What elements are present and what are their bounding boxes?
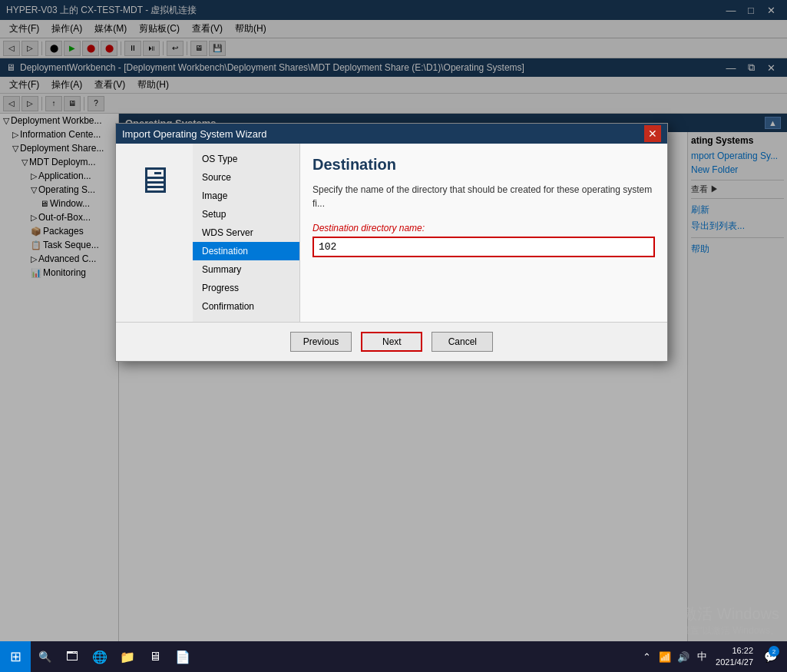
next-button[interactable]: Next [361,332,422,352]
clock-time: 16:22 [716,645,753,657]
taskbar: ⊞ 🔍 🗔 🌐 📁 🖥 📄 ⌃ 📶 🔊 中 16:22 2021/4/27 💬 … [0,641,787,672]
modal-overlay: Import Operating System Wizard ✕ 🖥 OS Ty… [0,0,787,672]
modal-nav-confirmation[interactable]: Confirmation [193,297,299,316]
modal-nav-wds-server[interactable]: WDS Server [193,223,299,242]
start-button[interactable]: ⊞ [0,641,31,672]
tray-lang[interactable]: 中 [694,649,709,664]
cancel-button[interactable]: Cancel [432,332,493,352]
clock-area[interactable]: 16:22 2021/4/27 [713,645,756,669]
modal-body: 🖥 OS Type Source Image Setup WDS Server … [116,144,667,322]
modal-close-btn[interactable]: ✕ [644,125,661,142]
notif-badge: 2 [769,646,779,657]
modal-footer: Previous Next Cancel [116,322,667,361]
modal-titlebar: Import Operating System Wizard ✕ [116,124,667,144]
computer-icon: 🖥 [136,159,173,201]
taskbar-app-terminal[interactable]: 🖥 [141,643,169,670]
vm-window: HYPER-V03 上的 CX-TEST-MDT - 虚拟机连接 — □ ✕ 文… [0,0,787,672]
tray-expand[interactable]: ⌃ [639,649,654,664]
taskbar-app-ie[interactable]: 🌐 [86,643,114,670]
modal-content: Destination Specify the name of the dire… [300,144,667,322]
tray-volume[interactable]: 🔊 [676,649,691,664]
modal-nav-destination[interactable]: Destination [193,242,299,260]
modal-nav: OS Type Source Image Setup WDS Server De… [193,144,300,322]
modal-field-label: Destination directory name: [312,223,655,233]
modal-nav-image[interactable]: Image [193,187,299,205]
taskbar-app-taskview[interactable]: 🗔 [58,643,86,670]
notification-btn[interactable]: 💬 2 [759,643,781,670]
modal-nav-progress[interactable]: Progress [193,279,299,297]
modal-icon-area: 🖥 [116,144,193,322]
modal-main: OS Type Source Image Setup WDS Server De… [193,144,667,322]
modal-nav-os-type[interactable]: OS Type [193,150,299,168]
previous-button[interactable]: Previous [290,332,352,352]
destination-directory-input[interactable] [312,237,655,257]
modal-dialog: Import Operating System Wizard ✕ 🖥 OS Ty… [115,123,668,362]
tray-network[interactable]: 📶 [657,649,673,664]
modal-section-title: Destination [312,156,655,174]
modal-description: Specify the name of the directory that s… [312,183,655,210]
taskbar-app-explorer[interactable]: 📁 [114,643,141,670]
taskbar-tray: ⌃ 📶 🔊 中 16:22 2021/4/27 💬 2 [633,643,787,670]
modal-nav-setup[interactable]: Setup [193,205,299,223]
modal-nav-source[interactable]: Source [193,168,299,187]
taskbar-app-doc[interactable]: 📄 [169,643,197,670]
taskbar-search[interactable]: 🔍 [31,644,58,669]
modal-nav-summary[interactable]: Summary [193,260,299,279]
clock-date: 2021/4/27 [716,657,753,668]
modal-title-text: Import Operating System Wizard [122,128,644,140]
